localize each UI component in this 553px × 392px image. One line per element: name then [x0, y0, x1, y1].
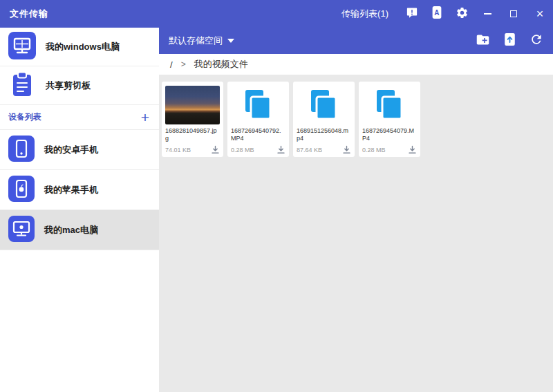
- gear-icon: [456, 6, 469, 22]
- video-file-icon: [231, 86, 285, 124]
- file-card[interactable]: 16872694540792.MP4 0.28 MB: [227, 82, 289, 157]
- sidebar-item-label: 共享剪切板: [46, 80, 91, 92]
- storage-toolbar: 默认存储空间: [159, 28, 553, 54]
- minimize-icon: [484, 13, 491, 15]
- minimize-button[interactable]: [474, 0, 500, 28]
- file-size: 74.01 KB: [165, 147, 191, 153]
- android-phone-icon: [8, 136, 35, 165]
- titlebar-right: 传输列表(1) A: [341, 0, 553, 28]
- file-name: 16872694540792.MP4: [231, 127, 285, 143]
- file-card[interactable]: 1688281049857.jpg 74.01 KB: [162, 82, 223, 157]
- connect-device-button[interactable]: A: [424, 0, 449, 28]
- titlebar: 文件传输 传输列表(1) A: [0, 0, 553, 28]
- sidebar-item-windows-pc[interactable]: 我的windows电脑: [0, 28, 159, 66]
- download-button[interactable]: [342, 145, 351, 154]
- send-file-button[interactable]: [504, 32, 516, 49]
- windows-pc-icon: [8, 32, 36, 62]
- mac-icon: [8, 216, 35, 245]
- sidebar-item-android-phone[interactable]: 我的安卓手机: [0, 130, 159, 170]
- file-name: 1689151256048.mp4: [297, 127, 351, 143]
- transfer-list-button[interactable]: 传输列表(1): [341, 8, 388, 20]
- feedback-button[interactable]: [400, 0, 424, 28]
- settings-button[interactable]: [449, 0, 474, 28]
- download-button[interactable]: [408, 145, 417, 154]
- chevron-down-icon: [227, 39, 234, 43]
- file-grid: 1688281049857.jpg 74.01 KB: [159, 75, 553, 157]
- file-card[interactable]: 1689151256048.mp4 87.64 KB: [293, 82, 355, 157]
- phone-a-icon: A: [431, 6, 442, 22]
- sidebar-item-label: 我的windows电脑: [46, 41, 120, 53]
- device-list-header: 设备列表 +: [0, 105, 159, 130]
- feedback-icon: [405, 6, 419, 22]
- iphone-icon: [8, 176, 35, 205]
- sidebar-item-clipboard[interactable]: 共享剪切板: [0, 66, 159, 105]
- file-size: 87.64 KB: [297, 147, 322, 153]
- file-size: 0.28 MB: [231, 147, 254, 153]
- sidebar-item-label: 我的苹果手机: [44, 184, 98, 196]
- refresh-button[interactable]: [529, 32, 543, 49]
- main-panel: 默认存储空间: [159, 28, 553, 392]
- sidebar: 我的windows电脑 共享剪切板 设备列表 +: [0, 28, 159, 392]
- new-folder-button[interactable]: [476, 32, 490, 50]
- file-name: 1687269454079.MP4: [362, 127, 417, 143]
- download-button[interactable]: [276, 145, 285, 154]
- device-list-label: 设备列表: [8, 111, 41, 123]
- file-card[interactable]: 1687269454079.MP4 0.28 MB: [359, 82, 420, 157]
- svg-text:A: A: [434, 9, 439, 17]
- clipboard-icon: [8, 71, 36, 101]
- file-size: 0.28 MB: [362, 147, 386, 153]
- storage-dropdown[interactable]: 默认存储空间: [169, 35, 234, 47]
- video-file-icon: [362, 86, 417, 124]
- video-file-icon: [297, 86, 351, 124]
- card-footer: 0.28 MB: [362, 145, 417, 154]
- breadcrumb: / > 我的视频文件: [159, 54, 553, 75]
- breadcrumb-current[interactable]: 我的视频文件: [194, 58, 248, 71]
- app-title: 文件传输: [10, 8, 48, 20]
- send-file-icon: [504, 32, 516, 49]
- file-name: 1688281049857.jpg: [165, 127, 220, 143]
- folder-plus-icon: [476, 32, 490, 50]
- image-thumbnail: [165, 86, 220, 124]
- sidebar-item-iphone[interactable]: 我的苹果手机: [0, 170, 159, 210]
- breadcrumb-separator: >: [181, 59, 186, 69]
- storage-dropdown-label: 默认存储空间: [169, 35, 223, 47]
- sidebar-item-label: 我的安卓手机: [44, 144, 98, 156]
- close-button[interactable]: ×: [527, 0, 553, 28]
- maximize-button[interactable]: [500, 0, 527, 28]
- sidebar-item-label: 我的mac电脑: [44, 224, 98, 236]
- toolbar-actions: [476, 32, 543, 50]
- download-button[interactable]: [211, 145, 220, 154]
- add-device-button[interactable]: +: [141, 110, 149, 124]
- app-body: 我的windows电脑 共享剪切板 设备列表 +: [0, 28, 553, 392]
- breadcrumb-root[interactable]: /: [170, 59, 173, 70]
- card-footer: 87.64 KB: [297, 145, 351, 154]
- card-footer: 0.28 MB: [231, 145, 285, 154]
- refresh-icon: [529, 32, 543, 49]
- card-footer: 74.01 KB: [165, 145, 220, 154]
- maximize-icon: [510, 10, 517, 17]
- sidebar-item-mac[interactable]: 我的mac电脑: [0, 210, 159, 250]
